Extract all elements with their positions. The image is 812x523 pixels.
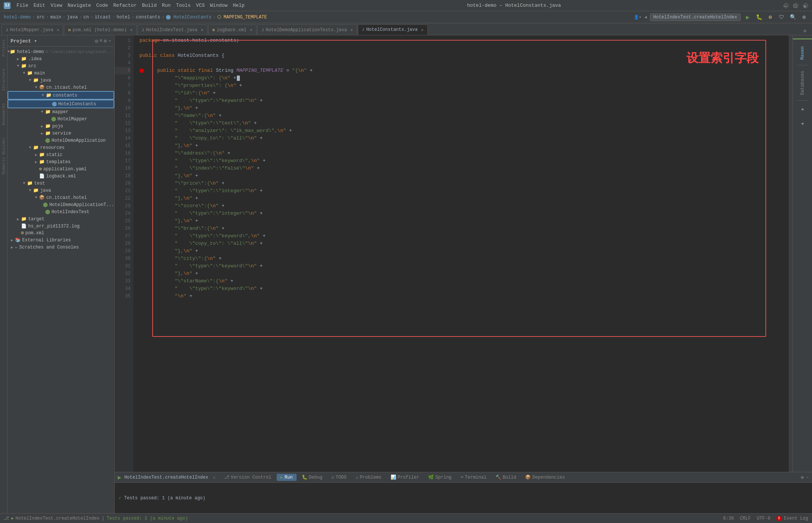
menu-edit[interactable]: Edit <box>33 3 45 8</box>
breadcrumb-class[interactable]: ⬤ HotelConstants <box>166 14 211 20</box>
encoding[interactable]: UTF-8 <box>757 516 770 521</box>
menu-vcs[interactable]: VCS <box>196 3 205 8</box>
tree-mapper[interactable]: ▼ 📁 mapper <box>8 108 114 115</box>
menu-help[interactable]: Help <box>233 3 244 8</box>
tree-root[interactable]: ▼ 📁 hotel-demo D:\Java\idea\SpringCloud\… <box>8 48 114 55</box>
breadcrumb-cn[interactable]: cn <box>83 15 89 20</box>
cursor-position[interactable]: 6:36 <box>723 516 734 521</box>
search-everywhere[interactable]: 🔍 <box>789 13 797 21</box>
maximize-button[interactable]: □ <box>793 3 798 8</box>
right-chevron-top[interactable] <box>797 104 808 115</box>
tree-scratches[interactable]: ▶ ✏ Scratches and Consoles <box>8 244 114 251</box>
coverage-button[interactable]: 🛡 <box>777 13 786 21</box>
breadcrumb-field[interactable]: ⬡ MAPPING_TEMPLATE <box>217 14 267 20</box>
tree-hoteldemoapptests[interactable]: ⬤ HotelDemoApplicationT... <box>8 201 114 208</box>
tree-logback-xml[interactable]: 📄 logback.xml <box>8 173 114 180</box>
tree-package[interactable]: ▼ 📦 cn.itcast.hotel <box>8 84 114 91</box>
minimize-button[interactable]: — <box>783 3 789 8</box>
breadcrumb-project[interactable]: hotel-demo <box>4 15 31 20</box>
databases-panel-tab[interactable]: Databases <box>798 68 807 97</box>
tab-dependencies[interactable]: 📦 Dependencies <box>521 474 568 481</box>
event-log[interactable]: 9 Event Log <box>776 516 808 521</box>
tree-java[interactable]: ▼ 📁 java <box>8 77 114 84</box>
breadcrumb-hotel[interactable]: hotel <box>117 15 130 20</box>
menu-code[interactable]: Code <box>96 3 108 8</box>
sidebar-locate-icon[interactable]: ◎ <box>95 38 98 44</box>
debug-button[interactable]: 🐛 <box>755 13 763 21</box>
mybatis-tab-vert[interactable]: MyBatis Builder <box>1 135 7 177</box>
tree-src[interactable]: ▼ 📁 src <box>8 62 114 70</box>
vcs-status-icon[interactable]: ⎇ <box>4 515 9 521</box>
breadcrumb-main[interactable]: main <box>50 15 61 20</box>
tree-main[interactable]: ▼ 📁 main <box>8 70 114 77</box>
tab-close-logback[interactable]: ✕ <box>250 27 253 32</box>
user-icon[interactable]: 👤▾ <box>634 15 642 20</box>
tree-target[interactable]: ▶ 📁 target <box>8 215 114 223</box>
tab-close-hotelmapper[interactable]: ✕ <box>57 27 59 32</box>
tree-idea[interactable]: ▶ 📁 .idea <box>8 55 114 62</box>
tab-terminal[interactable]: ⌨ Terminal <box>457 474 490 481</box>
code-editor[interactable]: 设置索引字段 package cn.itcast.hotel.constants… <box>133 35 789 472</box>
tab-close-hotelindextest[interactable]: ✕ <box>201 27 203 32</box>
tree-static[interactable]: ▶ 📁 static <box>8 151 114 158</box>
tab-settings-button[interactable]: ⚙ <box>801 27 809 35</box>
tab-run[interactable]: ▶ Run <box>277 474 297 481</box>
close-bottom-icon[interactable]: – <box>806 474 809 481</box>
breadcrumb-src[interactable]: src <box>36 15 45 20</box>
tab-logback[interactable]: ⚙ logback.xml ✕ <box>208 24 256 35</box>
tree-hotelmapper[interactable]: ⬤ HotelMapper <box>8 115 114 123</box>
tab-todo[interactable]: ☑ TODO <box>328 474 350 481</box>
menu-run[interactable]: Run <box>162 3 171 8</box>
menu-tools[interactable]: Tools <box>176 3 191 8</box>
menu-build[interactable]: Build <box>142 3 157 8</box>
tab-close-hoteldemoapptests[interactable]: ✕ <box>350 27 353 32</box>
project-tab-vert[interactable]: Project <box>1 37 7 59</box>
tree-test-java[interactable]: ▼ 📁 java <box>8 187 114 194</box>
tab-close-hotelconstants[interactable]: ✕ <box>421 27 424 32</box>
breadcrumb-itcast[interactable]: itcast <box>95 15 111 20</box>
tree-hoteldemoapplication[interactable]: ⬤ HotelDemoApplication <box>8 137 114 144</box>
tree-hotelindextest[interactable]: ⬤ HotelIndexTest <box>8 208 114 215</box>
tab-build[interactable]: 🔨 Build <box>492 474 520 481</box>
tab-spring[interactable]: 🌿 Spring <box>424 474 455 481</box>
tree-resources[interactable]: ▼ 📁 resources <box>8 144 114 151</box>
tree-test-package[interactable]: ▼ 📦 cn.itcast.hotel <box>8 194 114 201</box>
menu-navigate[interactable]: Navigate <box>68 3 91 8</box>
tab-hotelindextest[interactable]: J HotelIndexTest.java ✕ <box>138 24 208 35</box>
tree-templates[interactable]: ▶ 📁 templates <box>8 158 114 165</box>
status-warnings[interactable]: Tests passed: 1 (a minute ago) <box>107 516 188 521</box>
right-chevron-bottom[interactable] <box>797 118 808 129</box>
line-ending[interactable]: CRLF <box>740 516 751 521</box>
build-button[interactable]: ⚙ <box>766 13 774 21</box>
menu-file[interactable]: File <box>17 3 28 8</box>
tab-problems[interactable]: ⚠ Problems <box>352 474 385 481</box>
structure-tab-vert[interactable]: Structure <box>1 66 7 93</box>
breadcrumb-java[interactable]: java <box>67 15 78 20</box>
tree-service[interactable]: ▶ 📁 service <box>8 130 114 137</box>
run-button[interactable]: ▶ <box>744 13 752 21</box>
close-button[interactable]: ✕ <box>803 3 808 8</box>
menu-window[interactable]: Window <box>210 3 228 8</box>
tree-log-file[interactable]: 📄 hs_err_pid11372.log <box>8 223 114 230</box>
tree-hotelconstants[interactable]: ⬤ HotelConstants <box>8 100 114 108</box>
tab-hoteldemoapptests[interactable]: J HotelDemoApplicationTests.java ✕ <box>257 24 357 35</box>
settings-button[interactable]: ⚙ <box>800 13 808 21</box>
sidebar-settings-icon[interactable]: ⚙ <box>104 38 107 44</box>
tree-external-libs[interactable]: ▶ 📚 External Libraries <box>8 236 114 244</box>
run-config-selector[interactable]: HotelIndexTest.createHotelIndex <box>650 14 741 21</box>
settings-bottom-icon[interactable]: ⚙ <box>801 474 804 481</box>
tab-debug[interactable]: 🐛 Debug <box>298 474 326 481</box>
tree-pojo[interactable]: ▶ 📁 pojo <box>8 123 114 130</box>
breadcrumb-constants[interactable]: constants <box>136 15 160 20</box>
tree-test[interactable]: ▼ 📁 test <box>8 180 114 187</box>
run-config-close[interactable]: ✕ <box>213 474 216 481</box>
tab-profiler[interactable]: 📊 Profiler <box>387 474 423 481</box>
tree-pom-xml[interactable]: m pom.xml <box>8 230 114 236</box>
bookmarks-tab-vert[interactable]: Bookmarks <box>1 101 7 127</box>
tab-pom[interactable]: m pom.xml (hotel-demo) ✕ <box>64 24 136 35</box>
maven-panel-tab[interactable]: Maven <box>798 44 807 62</box>
sidebar-close-icon[interactable]: – <box>108 38 111 44</box>
menu-view[interactable]: View <box>50 3 62 8</box>
editor-scrollbar[interactable] <box>789 35 792 472</box>
tree-constants[interactable]: ▼ 📁 constants <box>8 91 114 100</box>
